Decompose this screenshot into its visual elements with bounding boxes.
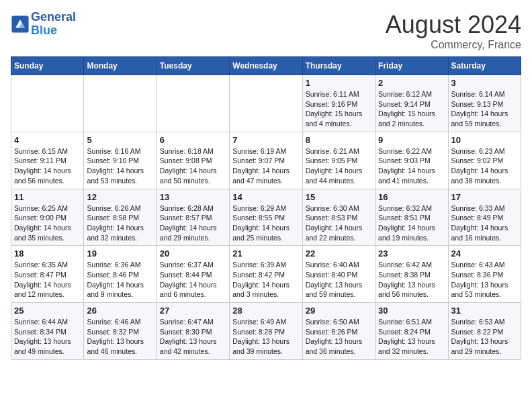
day-number: 24: [451, 248, 518, 259]
day-number: 17: [451, 192, 518, 202]
day-cell: [230, 75, 302, 132]
day-cell: 1Sunrise: 6:11 AMSunset: 9:16 PMDaylight…: [302, 75, 375, 132]
day-cell: 24Sunrise: 6:43 AMSunset: 8:36 PMDayligh…: [448, 246, 521, 303]
day-info: Sunrise: 6:40 AMSunset: 8:40 PMDaylight:…: [306, 260, 372, 300]
day-cell: 5Sunrise: 6:16 AMSunset: 9:10 PMDaylight…: [84, 132, 157, 189]
day-info: Sunrise: 6:21 AMSunset: 9:05 PMDaylight:…: [306, 146, 372, 186]
day-number: 21: [232, 248, 299, 259]
day-number: 3: [451, 78, 518, 88]
column-header-tuesday: Tuesday: [157, 57, 229, 75]
column-header-sunday: Sunday: [11, 57, 84, 75]
day-number: 9: [378, 135, 445, 145]
day-number: 8: [306, 135, 372, 145]
day-number: 29: [306, 306, 372, 316]
day-number: 1: [306, 78, 372, 88]
day-cell: 29Sunrise: 6:50 AMSunset: 8:26 PMDayligh…: [302, 303, 375, 360]
day-cell: 31Sunrise: 6:53 AMSunset: 8:22 PMDayligh…: [448, 303, 521, 360]
logo-line2: Blue: [31, 24, 76, 38]
day-number: 31: [451, 306, 518, 316]
day-number: 20: [160, 248, 226, 259]
day-cell: 14Sunrise: 6:29 AMSunset: 8:55 PMDayligh…: [230, 189, 302, 246]
day-cell: 7Sunrise: 6:19 AMSunset: 9:07 PMDaylight…: [230, 132, 302, 189]
column-header-wednesday: Wednesday: [230, 57, 302, 75]
day-info: Sunrise: 6:44 AMSunset: 8:34 PMDaylight:…: [14, 317, 81, 357]
day-info: Sunrise: 6:11 AMSunset: 9:16 PMDaylight:…: [306, 89, 372, 129]
month-title: August 2024: [386, 11, 521, 39]
day-cell: 13Sunrise: 6:28 AMSunset: 8:57 PMDayligh…: [157, 189, 229, 246]
day-cell: 3Sunrise: 6:14 AMSunset: 9:13 PMDaylight…: [448, 75, 521, 132]
day-cell: 30Sunrise: 6:51 AMSunset: 8:24 PMDayligh…: [375, 303, 448, 360]
day-number: 13: [160, 192, 226, 202]
day-info: Sunrise: 6:26 AMSunset: 8:58 PMDaylight:…: [87, 203, 153, 243]
day-cell: 10Sunrise: 6:23 AMSunset: 9:02 PMDayligh…: [448, 132, 521, 189]
week-row-4: 18Sunrise: 6:35 AMSunset: 8:47 PMDayligh…: [11, 246, 521, 303]
day-number: 14: [232, 192, 299, 202]
day-info: Sunrise: 6:49 AMSunset: 8:28 PMDaylight:…: [232, 317, 299, 357]
day-cell: 27Sunrise: 6:47 AMSunset: 8:30 PMDayligh…: [157, 303, 229, 360]
calendar-table: SundayMondayTuesdayWednesdayThursdayFrid…: [11, 56, 521, 360]
day-number: 27: [160, 306, 226, 316]
logo: General Blue: [11, 11, 76, 38]
week-row-2: 4Sunrise: 6:15 AMSunset: 9:11 PMDaylight…: [11, 132, 521, 189]
day-cell: 6Sunrise: 6:18 AMSunset: 9:08 PMDaylight…: [157, 132, 229, 189]
day-number: 16: [378, 192, 445, 202]
week-row-3: 11Sunrise: 6:25 AMSunset: 9:00 PMDayligh…: [11, 189, 521, 246]
day-number: 4: [14, 135, 81, 145]
day-cell: [84, 75, 157, 132]
day-info: Sunrise: 6:47 AMSunset: 8:30 PMDaylight:…: [160, 317, 226, 357]
day-number: 6: [160, 135, 226, 145]
day-cell: 4Sunrise: 6:15 AMSunset: 9:11 PMDaylight…: [11, 132, 84, 189]
day-info: Sunrise: 6:12 AMSunset: 9:14 PMDaylight:…: [378, 89, 445, 129]
day-number: 12: [87, 192, 153, 202]
day-info: Sunrise: 6:29 AMSunset: 8:55 PMDaylight:…: [232, 203, 299, 243]
column-header-thursday: Thursday: [302, 57, 375, 75]
day-cell: 9Sunrise: 6:22 AMSunset: 9:03 PMDaylight…: [375, 132, 448, 189]
day-cell: [157, 75, 229, 132]
day-info: Sunrise: 6:37 AMSunset: 8:44 PMDaylight:…: [160, 260, 226, 300]
day-cell: 12Sunrise: 6:26 AMSunset: 8:58 PMDayligh…: [84, 189, 157, 246]
day-info: Sunrise: 6:22 AMSunset: 9:03 PMDaylight:…: [378, 146, 445, 186]
day-number: 30: [378, 306, 445, 316]
day-cell: 21Sunrise: 6:39 AMSunset: 8:42 PMDayligh…: [230, 246, 302, 303]
day-number: 19: [87, 248, 153, 259]
day-info: Sunrise: 6:43 AMSunset: 8:36 PMDaylight:…: [451, 260, 518, 300]
day-number: 22: [306, 248, 372, 259]
day-info: Sunrise: 6:53 AMSunset: 8:22 PMDaylight:…: [451, 317, 518, 357]
day-info: Sunrise: 6:35 AMSunset: 8:47 PMDaylight:…: [14, 260, 81, 300]
day-info: Sunrise: 6:32 AMSunset: 8:51 PMDaylight:…: [378, 203, 445, 243]
calendar-header: SundayMondayTuesdayWednesdayThursdayFrid…: [11, 57, 521, 75]
day-number: 5: [87, 135, 153, 145]
day-cell: 11Sunrise: 6:25 AMSunset: 9:00 PMDayligh…: [11, 189, 84, 246]
day-number: 10: [451, 135, 518, 145]
day-number: 7: [232, 135, 299, 145]
day-number: 15: [306, 192, 372, 202]
day-info: Sunrise: 6:50 AMSunset: 8:26 PMDaylight:…: [306, 317, 372, 357]
day-number: 26: [87, 306, 153, 316]
day-info: Sunrise: 6:19 AMSunset: 9:07 PMDaylight:…: [232, 146, 299, 186]
day-info: Sunrise: 6:14 AMSunset: 9:13 PMDaylight:…: [451, 89, 518, 129]
day-info: Sunrise: 6:15 AMSunset: 9:11 PMDaylight:…: [14, 146, 81, 186]
day-cell: 2Sunrise: 6:12 AMSunset: 9:14 PMDaylight…: [375, 75, 448, 132]
day-cell: [11, 75, 84, 132]
logo-icon: [11, 15, 30, 34]
day-cell: 25Sunrise: 6:44 AMSunset: 8:34 PMDayligh…: [11, 303, 84, 360]
day-number: 2: [378, 78, 445, 88]
day-cell: 15Sunrise: 6:30 AMSunset: 8:53 PMDayligh…: [302, 189, 375, 246]
column-header-saturday: Saturday: [448, 57, 521, 75]
day-cell: 26Sunrise: 6:46 AMSunset: 8:32 PMDayligh…: [84, 303, 157, 360]
day-cell: 23Sunrise: 6:42 AMSunset: 8:38 PMDayligh…: [375, 246, 448, 303]
column-header-monday: Monday: [84, 57, 157, 75]
location: Commercy, France: [386, 39, 521, 51]
day-number: 25: [14, 306, 81, 316]
week-row-5: 25Sunrise: 6:44 AMSunset: 8:34 PMDayligh…: [11, 303, 521, 360]
day-info: Sunrise: 6:51 AMSunset: 8:24 PMDaylight:…: [378, 317, 445, 357]
day-number: 23: [378, 248, 445, 259]
day-cell: 17Sunrise: 6:33 AMSunset: 8:49 PMDayligh…: [448, 189, 521, 246]
day-info: Sunrise: 6:25 AMSunset: 9:00 PMDaylight:…: [14, 203, 81, 243]
day-info: Sunrise: 6:39 AMSunset: 8:42 PMDaylight:…: [232, 260, 299, 300]
logo-line1: General: [31, 11, 76, 24]
day-info: Sunrise: 6:30 AMSunset: 8:53 PMDaylight:…: [306, 203, 372, 243]
day-info: Sunrise: 6:28 AMSunset: 8:57 PMDaylight:…: [160, 203, 226, 243]
day-info: Sunrise: 6:42 AMSunset: 8:38 PMDaylight:…: [378, 260, 445, 300]
title-block: August 2024 Commercy, France: [386, 11, 521, 51]
